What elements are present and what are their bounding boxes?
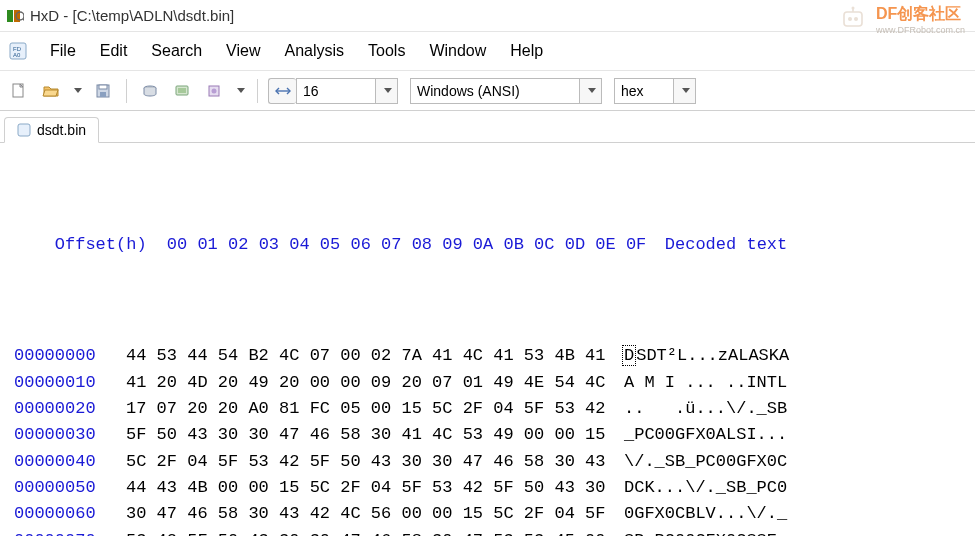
svg-point-22 <box>851 6 854 9</box>
title-bar: HxD - [C:\temp\ADLN\dsdt.bin] <box>0 0 975 32</box>
encoding-dropdown[interactable] <box>580 78 602 104</box>
offset-cell: 00000050 <box>14 475 126 501</box>
bytes-cell[interactable]: 17 07 20 20 A0 81 FC 05 00 15 5C 2F 04 5… <box>126 396 606 422</box>
menu-analysis[interactable]: Analysis <box>272 38 356 64</box>
open-ram-button[interactable] <box>169 78 195 104</box>
hex-row[interactable]: 0000006030 47 46 58 30 43 42 4C 56 00 00… <box>14 501 967 527</box>
tab-strip: dsdt.bin <box>0 111 975 143</box>
window-title: HxD - [C:\temp\ADLN\dsdt.bin] <box>30 7 234 24</box>
svg-rect-10 <box>99 85 107 89</box>
open-disk-button[interactable] <box>137 78 163 104</box>
chevron-down-icon <box>588 88 596 93</box>
new-file-button[interactable] <box>6 78 32 104</box>
open-file-button[interactable] <box>38 78 64 104</box>
caret: D <box>622 345 636 366</box>
svg-text:A0: A0 <box>13 52 21 58</box>
base-dropdown[interactable] <box>674 78 696 104</box>
header-offset: Offset(h) <box>55 232 167 258</box>
encoding-input[interactable] <box>410 78 580 104</box>
svg-rect-17 <box>18 124 30 136</box>
ascii-cell[interactable]: SB_PC00GFX0GSSE. <box>624 528 787 536</box>
svg-rect-18 <box>844 12 862 26</box>
svg-line-3 <box>23 19 24 21</box>
ascii-cell[interactable]: .. .ü...\/._SB <box>624 396 787 422</box>
bytes-per-row-input[interactable] <box>296 78 376 104</box>
chevron-down-icon <box>384 88 392 93</box>
menu-edit[interactable]: Edit <box>88 38 140 64</box>
menu-file[interactable]: File <box>38 38 88 64</box>
menu-tools[interactable]: Tools <box>356 38 417 64</box>
toolbar <box>0 71 975 111</box>
hex-view[interactable]: Offset(h)00 01 02 03 04 05 06 07 08 09 0… <box>0 143 975 536</box>
bytes-per-row-dropdown[interactable] <box>376 78 398 104</box>
open-process-button[interactable] <box>201 78 227 104</box>
process-dropdown-button[interactable] <box>233 78 247 104</box>
tab-file[interactable]: dsdt.bin <box>4 117 99 143</box>
base-input[interactable] <box>614 78 674 104</box>
menu-help[interactable]: Help <box>498 38 555 64</box>
watermark: DF创客社区 www.DFRobot.com.cn <box>838 4 965 35</box>
offset-cell: 00000020 <box>14 396 126 422</box>
toolbar-separator <box>126 79 127 103</box>
svg-rect-14 <box>178 88 186 93</box>
toolbar-separator <box>257 79 258 103</box>
ascii-cell[interactable]: \/._SB_PC00GFX0C <box>624 449 787 475</box>
menu-view[interactable]: View <box>214 38 272 64</box>
hex-row[interactable]: 0000005044 43 4B 00 00 15 5C 2F 04 5F 53… <box>14 475 967 501</box>
offset-cell: 00000060 <box>14 501 126 527</box>
chevron-down-icon <box>237 88 245 93</box>
bytes-per-row-field <box>268 77 398 105</box>
chevron-down-icon <box>74 88 82 93</box>
ascii-cell[interactable]: DCK...\/._SB_PC0 <box>624 475 787 501</box>
hex-row[interactable]: 0000000044 53 44 54 B2 4C 07 00 02 7A 41… <box>14 343 967 369</box>
watermark-sub: www.DFRobot.com.cn <box>876 25 965 35</box>
svg-point-16 <box>212 88 217 93</box>
hex-row[interactable]: 0000001041 20 4D 20 49 20 00 00 09 20 07… <box>14 370 967 396</box>
encoding-combo <box>410 78 602 104</box>
menu-search[interactable]: Search <box>139 38 214 64</box>
app-icon <box>6 7 24 25</box>
ascii-cell[interactable]: _PC00GFX0ALSI... <box>624 422 787 448</box>
hex-row[interactable]: 000000405C 2F 04 5F 53 42 5F 50 43 30 30… <box>14 449 967 475</box>
watermark-main: DF创客社区 <box>876 5 961 22</box>
svg-point-19 <box>848 17 852 21</box>
menu-window[interactable]: Window <box>417 38 498 64</box>
bytes-cell[interactable]: 44 43 4B 00 00 15 5C 2F 04 5F 53 42 5F 5… <box>126 475 606 501</box>
save-button[interactable] <box>90 78 116 104</box>
hex-row[interactable]: 0000002017 07 20 20 A0 81 FC 05 00 15 5C… <box>14 396 967 422</box>
bytes-cell[interactable]: 5F 50 43 30 30 47 46 58 30 41 4C 53 49 0… <box>126 422 606 448</box>
offset-cell: 00000000 <box>14 343 126 369</box>
bytes-per-row-fit-button[interactable] <box>268 78 296 104</box>
hex-row[interactable]: 000000305F 50 43 30 30 47 46 58 30 41 4C… <box>14 422 967 448</box>
offset-cell: 00000070 <box>14 528 126 536</box>
svg-rect-0 <box>7 10 13 22</box>
offset-cell: 00000040 <box>14 449 126 475</box>
base-combo <box>614 78 696 104</box>
bytes-cell[interactable]: 53 42 5F 50 43 30 30 47 46 58 30 47 53 5… <box>126 528 606 536</box>
hex-row[interactable]: 0000007053 42 5F 50 43 30 30 47 46 58 30… <box>14 528 967 536</box>
menu-app-icon: FDA0 <box>8 41 28 61</box>
ascii-cell[interactable]: A M I ... ..INTL <box>624 370 787 396</box>
ascii-cell[interactable]: 0GFX0CBLV...\/._ <box>624 501 787 527</box>
ascii-cell[interactable]: DSDT²L...zALASKA <box>624 343 789 369</box>
bytes-cell[interactable]: 30 47 46 58 30 43 42 4C 56 00 00 15 5C 2… <box>126 501 606 527</box>
robot-icon <box>838 6 868 34</box>
menu-bar: FDA0 File Edit Search View Analysis Tool… <box>0 32 975 71</box>
bytes-cell[interactable]: 44 53 44 54 B2 4C 07 00 02 7A 41 4C 41 5… <box>126 343 606 369</box>
svg-rect-11 <box>100 92 106 97</box>
offset-cell: 00000030 <box>14 422 126 448</box>
file-icon <box>17 123 31 137</box>
chevron-down-icon <box>682 88 690 93</box>
hex-rows: 0000000044 53 44 54 B2 4C 07 00 02 7A 41… <box>14 343 967 536</box>
tab-label: dsdt.bin <box>37 122 86 138</box>
header-columns: 00 01 02 03 04 05 06 07 08 09 0A 0B 0C 0… <box>167 232 647 258</box>
hex-header: Offset(h)00 01 02 03 04 05 06 07 08 09 0… <box>14 206 967 285</box>
header-decoded: Decoded text <box>665 235 787 254</box>
bytes-cell[interactable]: 5C 2F 04 5F 53 42 5F 50 43 30 30 47 46 5… <box>126 449 606 475</box>
svg-point-20 <box>854 17 858 21</box>
offset-cell: 00000010 <box>14 370 126 396</box>
open-dropdown-button[interactable] <box>70 78 84 104</box>
bytes-cell[interactable]: 41 20 4D 20 49 20 00 00 09 20 07 01 49 4… <box>126 370 606 396</box>
